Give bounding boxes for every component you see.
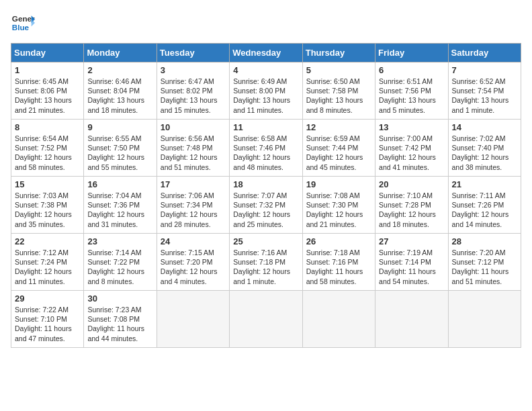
week-row-3: 15Sunrise: 7:03 AMSunset: 7:38 PMDayligh… (11, 177, 521, 234)
day-info: Sunrise: 7:20 AM (452, 248, 517, 257)
day-info: Sunrise: 6:46 AM (87, 77, 152, 86)
day-number: 5 (306, 65, 371, 75)
day-cell: 13Sunrise: 7:00 AMSunset: 7:42 PMDayligh… (375, 120, 448, 177)
col-header-sunday: Sunday (11, 44, 84, 62)
day-info: Sunset: 7:24 PM (15, 257, 80, 267)
day-info: Sunrise: 7:16 AM (233, 248, 298, 257)
day-info: Sunset: 8:00 PM (233, 86, 298, 95)
day-cell: 26Sunrise: 7:18 AMSunset: 7:16 PMDayligh… (302, 234, 375, 291)
day-info: and 21 minutes. (15, 105, 80, 115)
day-number: 11 (233, 122, 298, 132)
day-info: Sunrise: 7:08 AM (306, 191, 371, 200)
day-cell: 27Sunrise: 7:19 AMSunset: 7:14 PMDayligh… (375, 234, 448, 291)
week-row-1: 1Sunrise: 6:45 AMSunset: 8:06 PMDaylight… (11, 62, 521, 120)
day-info: Daylight: 13 hours (379, 95, 444, 105)
day-info: and 31 minutes. (87, 220, 152, 229)
day-info: Daylight: 11 hours (15, 324, 80, 333)
day-info: Sunrise: 7:04 AM (87, 191, 152, 200)
day-cell: 14Sunrise: 7:02 AMSunset: 7:40 PMDayligh… (448, 120, 521, 177)
day-info: Sunset: 7:14 PM (379, 257, 444, 267)
day-number: 22 (15, 236, 80, 246)
day-info: Sunrise: 7:07 AM (233, 191, 298, 200)
day-number: 9 (87, 122, 152, 132)
day-info: Daylight: 12 hours (87, 267, 152, 276)
day-cell: 10Sunrise: 6:56 AMSunset: 7:48 PMDayligh… (157, 120, 229, 177)
day-info: and 48 minutes. (233, 163, 298, 172)
day-info: Sunset: 7:50 PM (87, 143, 152, 152)
day-info: Daylight: 12 hours (306, 210, 371, 219)
day-info: Daylight: 13 hours (306, 95, 371, 105)
day-cell: 18Sunrise: 7:07 AMSunset: 7:32 PMDayligh… (230, 177, 302, 234)
day-info: Sunset: 7:12 PM (452, 257, 517, 267)
day-info: Daylight: 12 hours (15, 267, 80, 276)
day-info: Sunset: 7:46 PM (233, 143, 298, 152)
day-info: and 45 minutes. (306, 163, 371, 172)
day-info: Sunrise: 6:56 AM (161, 134, 226, 143)
day-info: Sunset: 7:22 PM (87, 257, 152, 267)
week-row-4: 22Sunrise: 7:12 AMSunset: 7:24 PMDayligh… (11, 234, 521, 291)
day-cell: 2Sunrise: 6:46 AMSunset: 8:04 PMDaylight… (84, 62, 157, 120)
day-info: Daylight: 12 hours (161, 152, 226, 162)
day-number: 2 (87, 65, 152, 75)
day-info: Sunset: 7:42 PM (379, 143, 444, 152)
day-cell: 21Sunrise: 7:11 AMSunset: 7:26 PMDayligh… (448, 177, 521, 234)
day-info: Sunrise: 7:00 AM (379, 134, 444, 143)
day-number: 12 (306, 122, 371, 132)
day-info: and 1 minute. (233, 277, 298, 286)
calendar-table: SundayMondayTuesdayWednesdayThursdayFrid… (11, 43, 521, 348)
day-info: Daylight: 13 hours (15, 95, 80, 105)
day-cell (375, 291, 448, 348)
day-info: Sunrise: 7:03 AM (15, 191, 80, 200)
day-info: and 8 minutes. (87, 277, 152, 286)
week-row-5: 29Sunrise: 7:22 AMSunset: 7:10 PMDayligh… (11, 291, 521, 348)
day-info: and 28 minutes. (161, 220, 226, 229)
day-info: Sunset: 7:36 PM (87, 200, 152, 210)
day-info: Daylight: 12 hours (161, 210, 226, 219)
day-info: Sunset: 7:54 PM (452, 86, 517, 95)
day-info: Sunset: 7:18 PM (233, 257, 298, 267)
day-cell: 9Sunrise: 6:55 AMSunset: 7:50 PMDaylight… (84, 120, 157, 177)
day-info: Sunrise: 6:51 AM (379, 77, 444, 86)
day-number: 7 (452, 65, 517, 75)
day-number: 28 (452, 236, 517, 246)
day-info: Daylight: 12 hours (233, 267, 298, 276)
day-info: Daylight: 12 hours (452, 152, 517, 162)
day-info: Sunrise: 7:02 AM (452, 134, 517, 143)
day-number: 27 (379, 236, 444, 246)
day-info: Sunrise: 6:54 AM (15, 134, 80, 143)
day-info: and 18 minutes. (87, 105, 152, 115)
day-cell (302, 291, 375, 348)
day-info: Daylight: 12 hours (15, 152, 80, 162)
day-number: 23 (87, 236, 152, 246)
day-info: and 58 minutes. (15, 163, 80, 172)
day-info: and 41 minutes. (379, 163, 444, 172)
col-header-friday: Friday (375, 44, 448, 62)
logo-icon: General Blue (11, 11, 35, 35)
day-info: Sunset: 7:30 PM (306, 200, 371, 210)
day-info: Sunrise: 7:19 AM (379, 248, 444, 257)
day-info: Daylight: 12 hours (233, 210, 298, 219)
day-info: Sunrise: 6:55 AM (87, 134, 152, 143)
day-cell: 8Sunrise: 6:54 AMSunset: 7:52 PMDaylight… (11, 120, 84, 177)
day-info: Sunset: 7:48 PM (161, 143, 226, 152)
day-cell: 7Sunrise: 6:52 AMSunset: 7:54 PMDaylight… (448, 62, 521, 120)
day-number: 4 (233, 65, 298, 75)
day-info: Sunset: 7:32 PM (233, 200, 298, 210)
day-info: and 18 minutes. (379, 220, 444, 229)
day-cell: 4Sunrise: 6:49 AMSunset: 8:00 PMDaylight… (230, 62, 302, 120)
page-header: General Blue (11, 11, 521, 35)
day-info: and 35 minutes. (15, 220, 80, 229)
day-info: Sunrise: 7:11 AM (452, 191, 517, 200)
day-info: Sunrise: 7:14 AM (87, 248, 152, 257)
week-row-2: 8Sunrise: 6:54 AMSunset: 7:52 PMDaylight… (11, 120, 521, 177)
logo: General Blue (11, 11, 35, 35)
day-cell: 19Sunrise: 7:08 AMSunset: 7:30 PMDayligh… (302, 177, 375, 234)
day-info: and 55 minutes. (87, 163, 152, 172)
day-info: and 5 minutes. (379, 105, 444, 115)
day-number: 3 (161, 65, 226, 75)
day-info: Sunrise: 6:47 AM (161, 77, 226, 86)
day-info: Daylight: 12 hours (306, 152, 371, 162)
day-info: Sunset: 8:06 PM (15, 86, 80, 95)
day-info: Sunrise: 6:49 AM (233, 77, 298, 86)
day-cell: 12Sunrise: 6:59 AMSunset: 7:44 PMDayligh… (302, 120, 375, 177)
